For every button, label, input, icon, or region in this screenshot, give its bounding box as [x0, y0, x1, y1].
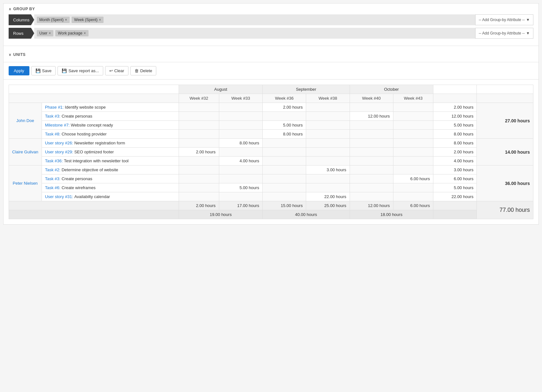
- columns-tags: Month (Spent) × Week (Spent) ×: [34, 14, 475, 25]
- week-43: Week #43: [393, 94, 433, 103]
- work-package-desc: Newsletter registration form: [74, 141, 125, 145]
- week-hours-cell: [306, 174, 350, 183]
- remove-month-spent[interactable]: ×: [65, 18, 67, 22]
- footer-week-total: 6.00 hours: [393, 201, 433, 210]
- month-september: September: [262, 85, 350, 94]
- clear-button[interactable]: ↩ Clear: [105, 66, 128, 75]
- add-column-group-btn[interactable]: -- Add Group-by Attribute -- ▼: [475, 14, 533, 25]
- footer-week-total: 12.00 hours: [350, 201, 393, 210]
- work-package-desc: Test integration with newsletter tool: [64, 158, 128, 163]
- tag-work-package[interactable]: Work package ×: [55, 30, 89, 36]
- week-hours-cell: [262, 192, 306, 201]
- delete-button[interactable]: 🗑 Delete: [130, 66, 157, 75]
- work-package-link[interactable]: Task #6:: [45, 185, 62, 190]
- table-row: Milestone #7: Website concept ready5.00 …: [9, 121, 533, 130]
- save-as-button[interactable]: 💾 Save report as...: [58, 66, 103, 75]
- save-as-icon: 💾: [62, 68, 67, 73]
- row-subtotal-cell: 22.00 hours: [433, 192, 477, 201]
- work-package-link[interactable]: Task #36:: [45, 158, 64, 163]
- footer-month-total: 19.00 hours: [179, 210, 263, 219]
- week-hours-cell: [179, 130, 219, 139]
- units-header[interactable]: ∨ UNITS: [9, 49, 533, 59]
- week-hours-cell: [350, 148, 393, 157]
- week-hours-cell: [179, 103, 219, 112]
- remove-user[interactable]: ×: [49, 31, 51, 35]
- week-hours-cell: [179, 174, 219, 183]
- week-hours-cell: [306, 157, 350, 165]
- undo-icon: ↩: [109, 68, 113, 73]
- chevron-down-icon: ▼: [526, 31, 530, 35]
- group-by-header[interactable]: ∧ GROUP BY: [4, 4, 538, 14]
- week-hours-cell: [306, 112, 350, 121]
- units-label: UNITS: [13, 52, 26, 57]
- row-subtotal-cell: 8.00 hours: [433, 139, 477, 148]
- chevron-up-icon: ∧: [9, 7, 12, 11]
- week-hours-cell: 2.00 hours: [262, 103, 306, 112]
- week-hours-cell: [350, 165, 393, 174]
- tag-user[interactable]: User ×: [37, 30, 53, 36]
- row-subtotal-cell: 2.00 hours: [433, 103, 477, 112]
- units-section: ∨ UNITS: [4, 46, 538, 62]
- week-hours-cell: [350, 192, 393, 201]
- week-hours-cell: [306, 139, 350, 148]
- work-package-link[interactable]: User story #31:: [45, 194, 74, 199]
- remove-work-package[interactable]: ×: [84, 31, 86, 35]
- week-hours-cell: [179, 157, 219, 165]
- footer-row-2: 19.00 hours40.00 hours18.00 hours: [9, 210, 533, 219]
- footer-week-total: 25.00 hours: [306, 201, 350, 210]
- week-hours-cell: [306, 183, 350, 192]
- footer-month-total: 40.00 hours: [262, 210, 350, 219]
- columns-label: Columns: [9, 14, 34, 25]
- columns-row: Columns Month (Spent) × Week (Spent) × -…: [9, 14, 533, 25]
- row-subtotal-cell: 3.00 hours: [433, 165, 477, 174]
- work-package-link[interactable]: Task #3:: [45, 176, 62, 181]
- person-name[interactable]: John Doe: [9, 103, 42, 139]
- work-package-desc: Website concept ready: [71, 123, 113, 127]
- person-name[interactable]: Claire Gulivan: [9, 139, 42, 165]
- add-row-group-btn[interactable]: -- Add Group-by Attribute -- ▼: [475, 28, 533, 39]
- week-hours-cell: [179, 192, 219, 201]
- row-subtotal-cell: 4.00 hours: [433, 157, 477, 165]
- work-package-desc: Choose hosting provider: [62, 132, 107, 136]
- week-hours-cell: [179, 183, 219, 192]
- work-package-link[interactable]: User story #29:: [45, 150, 74, 154]
- week-hours-cell: [262, 165, 306, 174]
- work-package-link[interactable]: Phase #1:: [45, 105, 65, 110]
- week-hours-cell: [262, 112, 306, 121]
- work-package-link[interactable]: Task #3:: [45, 114, 62, 119]
- work-package-link[interactable]: Milestone #7:: [45, 123, 71, 127]
- work-package-cell: Task #3: Create personas: [42, 174, 179, 183]
- week-hours-cell: [306, 130, 350, 139]
- work-package-link[interactable]: Task #2:: [45, 167, 62, 172]
- week-hours-cell: 22.00 hours: [306, 192, 350, 201]
- empty-person-total-header: [477, 94, 533, 103]
- week-hours-cell: [219, 174, 262, 183]
- save-button[interactable]: 💾 Save: [31, 66, 56, 75]
- week-hours-cell: [393, 148, 433, 157]
- week-hours-cell: [262, 157, 306, 165]
- work-package-link[interactable]: User story #26:: [45, 141, 74, 145]
- week-32: Week #32: [179, 94, 219, 103]
- person-name[interactable]: Peter Nielsen: [9, 165, 42, 201]
- empty-total-header: [433, 85, 477, 94]
- row-subtotal-cell: 5.00 hours: [433, 121, 477, 130]
- week-hours-cell: [179, 139, 219, 148]
- month-header-row: August September October: [9, 85, 533, 94]
- work-package-link[interactable]: Task #8:: [45, 132, 62, 136]
- week-hours-cell: [350, 130, 393, 139]
- work-package-cell: User story #29: SEO optimized footer: [42, 148, 179, 157]
- rows-tags: User × Work package ×: [34, 28, 475, 39]
- tag-week-spent[interactable]: Week (Spent) ×: [72, 17, 104, 23]
- table-row: Task #6: Create wireframes5.00 hours5.00…: [9, 183, 533, 192]
- week-hours-cell: [393, 192, 433, 201]
- apply-button[interactable]: Apply: [9, 66, 29, 75]
- work-package-cell: User story #31: Availabilty calendar: [42, 192, 179, 201]
- footer-week-total: 17.00 hours: [219, 201, 262, 210]
- week-hours-cell: [219, 192, 262, 201]
- week-hours-cell: [393, 139, 433, 148]
- rows-label: Rows: [9, 28, 34, 39]
- table-row: Task #3: Create personas6.00 hours6.00 h…: [9, 174, 533, 183]
- tag-month-spent[interactable]: Month (Spent) ×: [37, 17, 70, 23]
- remove-week-spent[interactable]: ×: [99, 18, 101, 22]
- week-hours-cell: [350, 103, 393, 112]
